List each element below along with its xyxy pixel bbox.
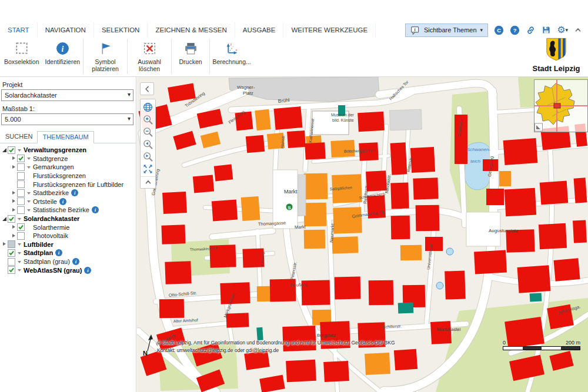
layer-checkbox[interactable] <box>8 240 15 248</box>
visible-themes-label: Sichtbare Themen <box>424 26 477 33</box>
layer-row-flurstücksgrenzen-für-luftbilder[interactable]: Flurstücksgrenzen für Luftbilder <box>0 180 136 189</box>
layer-row-gemarkungen[interactable]: Gemarkungen <box>0 163 136 172</box>
info-icon[interactable]: i <box>59 198 66 205</box>
layer-checkbox[interactable] <box>8 266 15 274</box>
layer-menu-caret-icon[interactable] <box>26 190 32 196</box>
info-icon[interactable]: i <box>55 249 62 256</box>
sidebar-tab-suchen[interactable]: SUCHEN <box>1 131 37 143</box>
tab-navigation[interactable]: NAVIGATION <box>38 22 94 38</box>
layer-menu-caret-icon[interactable] <box>17 267 22 273</box>
layer-row-stadtgrenze[interactable]: Stadtgrenze <box>0 155 136 163</box>
layer-row-stadtplan[interactable]: Stadtplani <box>0 249 136 257</box>
north-arrow: N <box>142 333 159 360</box>
layer-row-photovoltaik[interactable]: Photovoltaik <box>0 232 136 240</box>
layer-row-solardachkataster[interactable]: Solardachkataster <box>0 215 136 223</box>
layer-menu-caret-icon[interactable] <box>17 259 22 264</box>
tree-expander-icon[interactable] <box>11 233 17 239</box>
map-building <box>304 230 326 249</box>
tool-auswahl-loeschen[interactable]: Auswahl löschen <box>128 38 171 76</box>
info-icon[interactable]: i <box>92 206 99 213</box>
info-icon[interactable]: i <box>72 258 79 265</box>
layer-checkbox[interactable] <box>17 197 25 205</box>
info-icon[interactable]: i <box>71 189 78 196</box>
sidebar-tab-themenbaum[interactable]: THEMENBAUM <box>37 131 93 143</box>
scale-select[interactable]: 5.000 <box>1 113 133 125</box>
tree-expander-icon[interactable] <box>11 155 17 162</box>
tool-symbol-platzieren[interactable]: Symbol platzieren <box>83 38 127 76</box>
layer-menu-caret-icon[interactable] <box>26 156 32 161</box>
zoom-previous-button[interactable] <box>142 138 155 150</box>
zoom-in-button[interactable] <box>142 113 155 126</box>
overview-map[interactable] <box>534 79 588 132</box>
layer-row-statistische-bezirke[interactable]: Statistische Bezirkei <box>0 206 136 215</box>
layer-checkbox[interactable] <box>17 232 25 240</box>
tree-expander-icon[interactable] <box>11 224 17 230</box>
tree-expander-icon[interactable] <box>11 198 17 205</box>
project-select[interactable]: Solardachkataster <box>1 89 133 101</box>
svg-text:?: ? <box>513 27 517 33</box>
layer-row-stadtplan-grau[interactable]: Stadtplan (grau)i <box>0 257 136 266</box>
full-extent-button[interactable] <box>142 163 155 175</box>
overview-button[interactable] <box>142 101 155 113</box>
fountain <box>436 282 443 289</box>
tree-expander-icon[interactable] <box>1 241 8 247</box>
layer-row-verwaltungsgrenzen[interactable]: Verwaltungsgrenzen <box>0 146 136 155</box>
tree-expander-icon[interactable] <box>11 207 17 213</box>
tree-expander-icon[interactable] <box>11 164 17 170</box>
layer-menu-caret-icon[interactable] <box>17 148 22 153</box>
window-icons: C?⚙▾ <box>494 25 582 35</box>
zoom-next-button[interactable] <box>142 150 155 163</box>
layer-checkbox[interactable] <box>17 163 25 171</box>
tool-identifizieren[interactable]: iIdentifizieren <box>42 38 83 76</box>
layer-row-ortsteile[interactable]: Ortsteilei <box>0 197 136 206</box>
collapse-panel-button[interactable] <box>140 82 154 95</box>
tool-berechnung[interactable]: yxBerechnung... <box>210 38 253 76</box>
layer-menu-caret-icon[interactable] <box>26 199 32 204</box>
layer-menu-caret-icon[interactable] <box>17 216 22 222</box>
help-icon[interactable]: ? <box>510 25 520 35</box>
tool-boxselektion[interactable]: Boxselektion <box>1 38 42 76</box>
layer-checkbox[interactable] <box>8 146 15 154</box>
layer-checkbox[interactable] <box>17 223 25 231</box>
inset-collapse-icon[interactable] <box>535 123 543 131</box>
info-icon[interactable]: i <box>84 267 91 274</box>
layer-checkbox[interactable] <box>8 249 15 257</box>
layer-checkbox[interactable] <box>17 155 25 162</box>
map-viewport[interactable]: Wagner-PlatzBrühlTröndlinringGoerdelerri… <box>137 77 588 392</box>
layer-menu-caret-icon[interactable] <box>17 250 22 256</box>
tab-start[interactable]: START <box>0 22 38 38</box>
tree-expander-icon[interactable] <box>1 147 8 153</box>
tool-drucken[interactable]: Drucken <box>172 38 209 76</box>
tree-expander-icon[interactable] <box>11 190 17 196</box>
tree-expander-icon[interactable] <box>1 216 8 222</box>
collapse-ribbon-icon[interactable] <box>574 26 582 34</box>
layer-row-solarthermie[interactable]: Solarthermie <box>0 223 136 232</box>
copyright-icon[interactable]: C <box>494 25 504 35</box>
layer-menu-caret-icon[interactable] <box>26 165 32 170</box>
layer-menu-caret-icon[interactable] <box>17 242 22 247</box>
layer-checkbox[interactable] <box>17 172 25 180</box>
layer-checkbox[interactable] <box>8 258 15 266</box>
map-label: teich <box>470 159 480 164</box>
layer-checkbox[interactable] <box>17 206 25 214</box>
layer-checkbox[interactable] <box>8 215 15 223</box>
tab-weitere-werkzeuge[interactable]: WEITERE WERKZEUGE <box>283 22 376 38</box>
save-icon[interactable] <box>542 25 551 35</box>
layer-checkbox[interactable] <box>17 189 25 197</box>
sidebar: Projekt Solardachkataster Maßstab 1: 5.0… <box>0 77 136 392</box>
layer-row-stadtbezirke[interactable]: Stadtbezirkei <box>0 189 136 197</box>
visible-themes-button[interactable]: i Sichtbare Themen ▾ <box>405 24 488 37</box>
layer-checkbox[interactable] <box>17 180 25 188</box>
link-icon[interactable] <box>526 25 536 35</box>
layer-row-luftbilder[interactable]: Luftbilder <box>0 240 136 249</box>
expander-spacer <box>11 173 17 179</box>
collapse-toolbar-button[interactable] <box>141 176 155 187</box>
tab-selektion[interactable]: SELEKTION <box>94 22 148 38</box>
layer-menu-caret-icon[interactable] <box>26 207 32 213</box>
settings-icon[interactable]: ⚙▾ <box>557 25 568 35</box>
layer-row-webatlassn-grau[interactable]: WebAtlasSN (grau)i <box>0 266 136 274</box>
layer-row-flurstücksgrenzen[interactable]: Flurstücksgrenzen <box>0 172 136 180</box>
tab-zeichnen-messen[interactable]: ZEICHNEN & MESSEN <box>148 22 235 38</box>
zoom-out-button[interactable] <box>142 126 155 138</box>
tab-ausgabe[interactable]: AUSGABE <box>235 22 284 38</box>
